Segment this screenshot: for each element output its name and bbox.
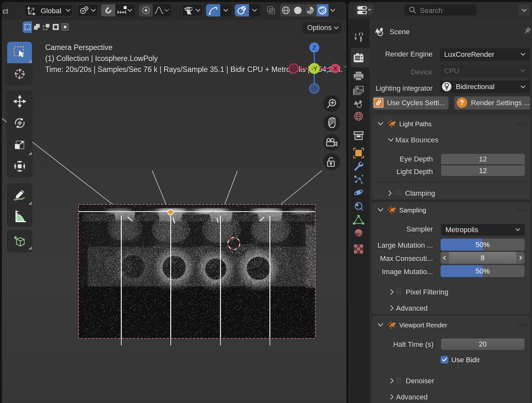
svg-text:-Y: -Y bbox=[311, 65, 318, 72]
svg-text:X: X bbox=[333, 65, 338, 72]
svg-text:Z: Z bbox=[312, 44, 316, 51]
